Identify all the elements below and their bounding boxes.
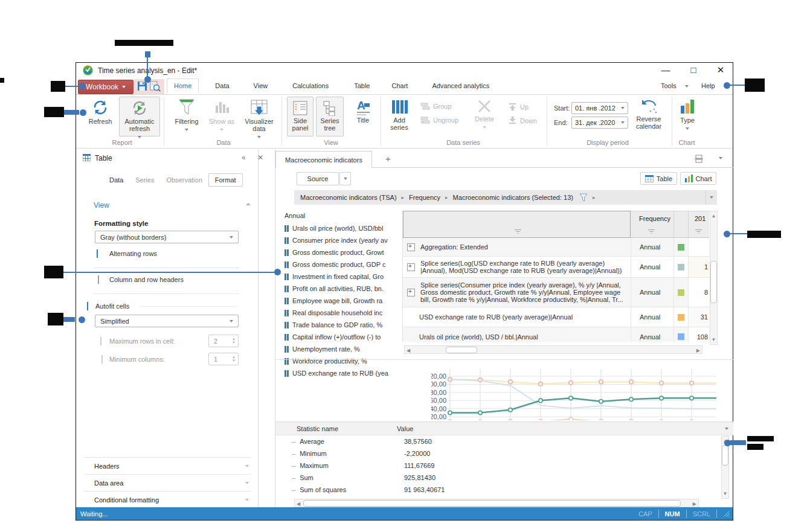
tab-chart[interactable]: Chart xyxy=(384,79,415,93)
scrollbar-thumb[interactable] xyxy=(710,261,717,303)
add-series-button[interactable]: Add series xyxy=(385,98,413,131)
stats-value-header[interactable]: Value xyxy=(397,425,413,432)
stat-row[interactable]: –Maximum111,67669 xyxy=(275,460,733,472)
chart-type-button[interactable]: Type xyxy=(675,98,699,131)
stat-row[interactable]: –Minimum-2,20000 xyxy=(275,447,733,460)
table-row[interactable]: Splice series(Log(USD exchange rate to R… xyxy=(403,257,710,278)
close-panel-icon[interactable]: ✕ xyxy=(257,153,263,162)
stats-horizontal-scrollbar[interactable]: ◀ ▶ xyxy=(294,499,699,507)
series-item[interactable]: Capital inflow (+)/outflow (-) to xyxy=(284,331,400,343)
stats-name-header[interactable]: Statistic name xyxy=(297,425,338,432)
breadcrumb-item-frequency[interactable]: Frequency xyxy=(409,194,440,201)
tab-home[interactable]: Home xyxy=(167,79,199,93)
view-section-header[interactable]: View xyxy=(94,201,109,210)
add-sheet-button[interactable]: + xyxy=(385,153,391,164)
tab-data[interactable]: Data xyxy=(208,79,236,93)
breadcrumb-filter-icon[interactable] xyxy=(579,193,588,202)
series-item[interactable]: Investment in fixed capital, Gro xyxy=(284,271,400,283)
formatting-style-dropdown[interactable]: Gray (without borders) xyxy=(95,231,239,243)
expand-icon[interactable] xyxy=(407,263,415,271)
visualizer-data-button[interactable]: Visualizer data xyxy=(240,98,278,139)
layout-caret-icon[interactable] xyxy=(719,157,722,159)
corner-header-cell[interactable] xyxy=(403,211,631,238)
scroll-right-icon[interactable]: ▶ xyxy=(696,348,700,353)
end-date-combo[interactable]: 31. дек .2020 xyxy=(571,117,628,129)
automatic-refresh-button[interactable]: Automatic refresh xyxy=(119,97,160,136)
column-row-headers-checkbox[interactable] xyxy=(98,275,99,284)
source-caret-button[interactable] xyxy=(339,172,351,185)
view-table-button[interactable]: Table xyxy=(640,172,677,185)
tab-table[interactable]: Table xyxy=(347,79,377,93)
title-button[interactable]: A Title xyxy=(349,98,377,124)
table-row[interactable]: Aggregation: Extended Annual xyxy=(403,238,710,257)
year-header-cell[interactable]: 201 xyxy=(688,211,709,238)
series-item[interactable]: Real disposable household inc xyxy=(284,307,400,319)
scrollbar-thumb[interactable] xyxy=(722,445,728,466)
filtering-button[interactable]: Filtering xyxy=(172,98,202,132)
view-collapse-icon[interactable] xyxy=(246,203,251,205)
stat-row[interactable]: –Sum of squares91 963,40671 xyxy=(275,484,733,496)
tab-advanced-analytics[interactable]: Advanced analytics xyxy=(425,79,497,93)
table-horizontal-scrollbar[interactable]: ◀ ▶ xyxy=(404,345,702,354)
panel-tab-series[interactable]: Series xyxy=(129,174,160,186)
menu-help[interactable]: Help xyxy=(701,82,715,89)
tab-view[interactable]: View xyxy=(246,79,275,93)
series-group-label[interactable]: Annual xyxy=(284,209,400,222)
conditional-formatting-section[interactable]: Conditional formatting xyxy=(85,491,251,509)
breadcrumb-item-selected[interactable]: Macroeconomic indicators (Selected: 13) xyxy=(453,194,573,201)
tab-calculations[interactable]: Calculations xyxy=(285,79,336,93)
expand-icon[interactable] xyxy=(407,243,415,251)
panel-tab-data[interactable]: Data xyxy=(103,174,129,186)
reverse-calendar-button[interactable]: Reverse calendar xyxy=(631,98,667,130)
series-item[interactable]: USD exchange rate to RUB (yea xyxy=(284,367,400,379)
series-tree-button[interactable]: Series tree xyxy=(316,97,344,136)
series-item[interactable]: Unemployment rate, % xyxy=(284,343,400,355)
workbook-button[interactable]: Workbook xyxy=(78,80,133,94)
breadcrumb-item-tsa[interactable]: Macroeconomic indicators (TSA) xyxy=(300,194,397,201)
panel-tab-observation[interactable]: Observation xyxy=(160,174,208,186)
series-item[interactable]: Workforce productivity, % xyxy=(284,355,400,367)
autofit-cells-checkbox[interactable] xyxy=(87,302,88,310)
series-item[interactable]: Gross domestic product, Growt xyxy=(284,246,400,258)
data-area-section[interactable]: Data area xyxy=(85,474,251,492)
table-row[interactable]: Urals oil price (world), USD / bbl.|Annu… xyxy=(403,327,710,342)
scroll-down-icon[interactable]: ▼ xyxy=(710,337,717,342)
stat-row[interactable]: –Sum925,81430 xyxy=(275,472,733,484)
panel-tab-format[interactable]: Format xyxy=(208,173,243,187)
scroll-left-icon[interactable]: ◀ xyxy=(297,501,300,507)
scrollbar-thumb[interactable] xyxy=(446,347,477,353)
side-panel-button[interactable]: Side panel xyxy=(287,97,313,136)
series-item[interactable]: Trade balance to GDP ratio, % xyxy=(284,319,400,331)
autofit-mode-dropdown[interactable]: Simplified xyxy=(95,315,239,327)
view-chart-button[interactable]: Chart xyxy=(680,172,716,185)
alternating-rows-checkbox[interactable] xyxy=(97,249,98,258)
headers-section[interactable]: Headers xyxy=(85,457,251,475)
series-item[interactable]: Employee wage bill, Growth ra xyxy=(284,295,400,307)
layout-view-icon[interactable] xyxy=(695,155,703,163)
table-row[interactable]: USD exchange rate to RUB (yearly average… xyxy=(403,307,710,327)
menu-tools[interactable]: Tools xyxy=(661,82,677,89)
stat-row[interactable]: –Average38,57560 xyxy=(275,435,733,447)
collapse-panel-icon[interactable]: « xyxy=(242,153,246,162)
scroll-down-icon[interactable]: ▼ xyxy=(722,491,728,496)
scrollbar-thumb[interactable] xyxy=(303,500,681,507)
close-button[interactable]: ✕ xyxy=(712,65,729,75)
scroll-left-icon[interactable]: ◀ xyxy=(407,348,410,353)
table-vertical-scrollbar[interactable]: ▲ ▼ xyxy=(710,211,718,345)
maximize-button[interactable]: □ xyxy=(685,65,702,75)
scroll-up-icon[interactable]: ▲ xyxy=(710,211,717,219)
source-button[interactable]: Source xyxy=(297,172,339,185)
filter-glyph-icon[interactable] xyxy=(695,229,702,234)
tools-caret-icon[interactable] xyxy=(685,85,689,88)
frequency-header-cell[interactable]: Frequency xyxy=(631,211,673,238)
start-date-combo[interactable]: 01. янв .2012 xyxy=(571,102,628,114)
series-item[interactable]: Urals oil price (world), USD/bbl xyxy=(284,222,400,234)
series-item[interactable]: Profit on all activities, RUB, bn. xyxy=(284,283,400,295)
breadcrumb-more-button[interactable] xyxy=(706,190,717,205)
resize-grip-icon[interactable] xyxy=(723,510,730,518)
print-preview-icon[interactable] xyxy=(150,81,161,92)
sheet-tab-macroeconomic[interactable]: Macroeconomic indicators xyxy=(275,151,372,168)
filter-glyph-icon[interactable] xyxy=(648,229,655,234)
series-item[interactable]: Gross domestic product, GDP c xyxy=(284,258,400,271)
expand-icon[interactable] xyxy=(407,289,415,296)
